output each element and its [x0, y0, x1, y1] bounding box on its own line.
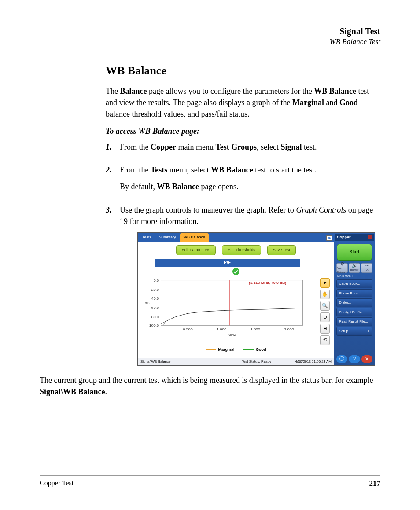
step-1: 1. From the Copper main menu Test Groups… [106, 141, 380, 158]
text-bold: WB Balance [211, 165, 253, 174]
main-menu-label: Main Menu [335, 274, 374, 279]
nav-config-profile[interactable]: Config / Profile... [336, 308, 372, 317]
text-bold: Good [339, 98, 358, 107]
nav-setup[interactable]: Setup▶ [336, 327, 372, 336]
text: From the [120, 143, 151, 151]
zoom-reset-icon[interactable]: ⟲ [320, 335, 330, 345]
svg-text:80.0: 80.0 [151, 316, 159, 319]
graph-tool-column: ➤ ✋ 🔍 ⊖ ⊕ ⟲ [320, 278, 331, 345]
header-rule [40, 51, 380, 51]
status-path: Signal\WB Balance [140, 359, 218, 364]
text-bold: Balance [120, 87, 147, 95]
text: and [324, 98, 339, 107]
text-bold: Marginal [292, 98, 324, 107]
text: balance threshold values, and pass/fail … [106, 110, 249, 118]
text: test. [302, 143, 317, 151]
text-bold: Test Groups [215, 143, 257, 151]
intro-paragraph: The Balance page allows you to configure… [106, 85, 380, 120]
section-heading: WB Balance [106, 64, 380, 77]
tab-tests[interactable]: Tests [139, 233, 155, 242]
footer-left: Copper Test [40, 479, 74, 488]
app-screenshot: Tests Summary WB Balance dB Edit Paramet… [137, 232, 375, 366]
svg-text:1.500: 1.500 [251, 328, 261, 331]
exit-icon[interactable]: ✕ [361, 355, 372, 363]
info-icon[interactable]: ⓘ [336, 355, 347, 363]
close-icon[interactable] [368, 235, 372, 239]
wave-icon: 〰 [365, 264, 369, 268]
chevron-right-icon: ▶ [368, 329, 370, 333]
svg-text:100.0: 100.0 [149, 324, 159, 327]
footer-rule [40, 475, 380, 476]
balance-graph[interactable]: 0.0 20.0 40.0 60.0 80.0 100.0 dB [141, 278, 317, 345]
svg-text:0.500: 0.500 [183, 328, 193, 331]
svg-text:2.000: 2.000 [284, 328, 294, 331]
gear-icon: ⚙ [340, 262, 344, 266]
text-bold: WB Balance [157, 182, 199, 191]
nav-label: Setup [339, 329, 348, 334]
nav-label: Phone Book... [339, 291, 361, 296]
nav-label: Cable Book... [339, 281, 360, 286]
nav-label: Config / Profile... [339, 310, 365, 315]
db-icon[interactable]: dB [326, 235, 332, 241]
tab-summary[interactable]: Summary [155, 233, 180, 242]
save-test-button[interactable]: Save Test [267, 245, 296, 255]
text: , select [257, 143, 280, 151]
text-bold: Tests [151, 165, 167, 174]
pointer-tool-icon[interactable]: ➤ [320, 278, 330, 288]
text: main menu [176, 143, 215, 151]
svg-text:1.000: 1.000 [217, 328, 227, 331]
page-number: 217 [369, 479, 381, 488]
mini-label: App. Setting [337, 266, 347, 274]
tdr-button[interactable]: 〰TDR [361, 263, 372, 273]
text: menu, select [167, 165, 211, 174]
app-setting-button[interactable]: ⚙App. Setting [336, 263, 348, 273]
tab-wb-balance[interactable]: WB Balance [180, 233, 209, 242]
tab-bar: Tests Summary WB Balance dB [138, 233, 334, 242]
y-axis-label: dB [145, 301, 150, 305]
graph-legend: Marginal Good [141, 345, 331, 354]
start-button[interactable]: Start [337, 244, 372, 261]
legend-good: Good [256, 347, 266, 352]
header-subtitle: WB Balance Test [40, 37, 380, 46]
status-time: 4/30/2013 11:56:23 AM [295, 359, 332, 364]
text-bold: Signal [281, 143, 302, 151]
svg-text:0.0: 0.0 [154, 279, 159, 283]
help-icon[interactable]: ? [349, 355, 360, 363]
nav-phone-book[interactable]: Phone Book... [336, 289, 372, 298]
mini-label: TDR [364, 268, 369, 272]
edit-parameters-button[interactable]: Edit Parameters [176, 245, 216, 255]
text-bold: Copper [151, 143, 176, 151]
nav-read-result[interactable]: Read Result File... [336, 317, 372, 326]
svg-rect-0 [161, 280, 302, 326]
mini-label: Buzzer [350, 268, 359, 272]
text: By default, [120, 182, 157, 191]
step-3: 3. Use the graph controls to maneuver th… [106, 204, 380, 366]
status-text: Test Status: Ready [218, 359, 295, 364]
zoom-window-icon[interactable]: 🔍 [320, 301, 330, 311]
zoom-out-icon[interactable]: ⊖ [320, 312, 330, 322]
nav-label: Read Result File... [339, 319, 368, 324]
text: From the [120, 165, 151, 174]
side-panel: Copper Start ⚙App. Setting 🔊Buzzer 〰TDR … [334, 233, 375, 365]
text: page opens. [199, 182, 238, 191]
text: Use the graph controls to maneuver the g… [120, 205, 296, 214]
step-number: 3. [106, 204, 115, 366]
nav-dialer[interactable]: Dialer... [336, 298, 372, 307]
x-axis-label: MHz [228, 333, 236, 337]
pan-tool-icon[interactable]: ✋ [320, 290, 330, 299]
text-italic: Graph Controls [296, 205, 346, 214]
step-2: 2. From the Tests menu, select WB Balanc… [106, 164, 380, 198]
zoom-in-icon[interactable]: ⊕ [320, 324, 330, 334]
text: page allows you to configure the paramet… [147, 87, 314, 95]
access-heading: To access WB Balance page: [106, 127, 380, 136]
buzzer-button[interactable]: 🔊Buzzer [349, 263, 360, 273]
text: The current group and the current test w… [40, 376, 373, 385]
pass-fail-header: P/F [155, 259, 300, 267]
nav-cable-book[interactable]: Cable Book... [336, 279, 372, 288]
nav-label: Dialer... [339, 300, 351, 305]
text-bold: WB Balance [314, 87, 356, 95]
graph-marker-label: (1.113 MHz, 70.0 dB) [249, 281, 287, 285]
step-number: 2. [106, 164, 115, 198]
edit-thresholds-button[interactable]: Edit Thresholds [222, 245, 261, 255]
pass-check-icon [232, 268, 239, 275]
